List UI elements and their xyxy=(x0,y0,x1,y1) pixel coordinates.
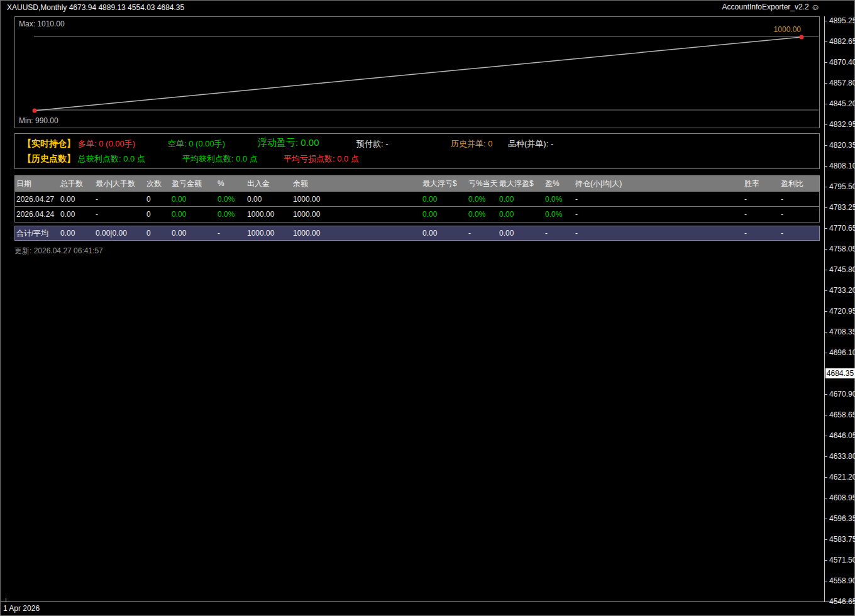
table-cell: - xyxy=(575,195,578,204)
table-cell: 0.00 xyxy=(172,229,186,238)
table-cell: 0.00 xyxy=(422,229,437,238)
table-cell: 2026.04.27 xyxy=(16,195,54,204)
table-cell: 0 xyxy=(146,195,151,204)
table-cell: 胜率 xyxy=(744,179,759,189)
table-header-row: 日期总手数最小|大手数次数盈亏金额%出入金余额最大浮亏$亏%当天最大浮盈$盈%持… xyxy=(14,175,820,192)
table-totals-row: 合计/平均0.000.00|0.0000.00-1000.001000.000.… xyxy=(14,226,820,241)
table-cell: 0.0% xyxy=(218,210,234,219)
table-cell: 0.00 xyxy=(499,195,514,204)
table-cell: 日期 xyxy=(16,179,31,189)
time-axis-tick xyxy=(6,598,6,602)
table-cell: 0.00 xyxy=(499,210,514,219)
margin-label: 预付款: - xyxy=(356,138,389,150)
table-cell: 0.00 xyxy=(422,195,437,204)
table-cell: 0.00 xyxy=(60,229,75,238)
table-cell: 亏%当天 xyxy=(468,179,498,189)
table-cell: - xyxy=(744,229,747,238)
table-cell: 盈利比 xyxy=(781,179,803,189)
balance-end-dot xyxy=(800,35,804,40)
table-cell: 合计/平均 xyxy=(16,228,48,239)
table-cell: - xyxy=(96,210,98,219)
balance-min-label: Min: 990.00 xyxy=(19,116,58,125)
table-cell: - xyxy=(96,195,98,204)
table-cell: 0.00 xyxy=(499,229,514,238)
ea-title: AccountInfoExporter_v2.2 ☺ xyxy=(722,3,820,11)
table-cell: - xyxy=(575,229,578,238)
table-cell: - xyxy=(468,229,471,238)
table-cell: 盈亏金额 xyxy=(172,179,202,189)
table-cell: 次数 xyxy=(146,179,162,189)
table-cell: 0.00 xyxy=(172,195,186,204)
account-info-panel: 【实时持仓】 多单: 0 (0.00手) 空单: 0 (0.00手) 浮动盈亏:… xyxy=(14,133,820,169)
update-timestamp: 更新: 2026.04.27 06:41:57 xyxy=(14,246,103,256)
table-cell: 1000.00 xyxy=(293,195,320,204)
table-cell: - xyxy=(744,210,747,219)
table-cell: - xyxy=(218,229,220,238)
table-body: 2026.04.270.00-00.000.0%0.001000.000.000… xyxy=(14,191,820,223)
table-cell: 1000.00 xyxy=(293,210,320,219)
history-section-label: 【历史点数】 xyxy=(23,153,75,165)
table-cell: 1000.00 xyxy=(247,229,274,238)
history-merged-label: 历史并单: 0 xyxy=(451,138,492,150)
table-cell: 0.0% xyxy=(545,195,562,204)
chart-window: XAUUSD,Monthly 4673.94 4889.13 4554.03 4… xyxy=(0,0,855,616)
table-cell: - xyxy=(781,229,783,238)
time-axis-date-label: 1 Apr 2026 xyxy=(3,604,40,613)
table-cell: - xyxy=(545,229,548,238)
table-cell: 持仓(小|均|大) xyxy=(575,179,622,189)
table-cell: - xyxy=(744,195,747,204)
ea-name-label: AccountInfoExporter_v2.2 xyxy=(722,3,809,11)
table-cell: - xyxy=(781,210,783,219)
balance-start-dot xyxy=(33,109,37,113)
table-cell: 0.0% xyxy=(545,210,562,219)
table-cell: 0.00 xyxy=(422,210,437,219)
table-cell: 0.0% xyxy=(468,195,485,204)
table-cell: 0.00 xyxy=(247,195,262,204)
table-cell: 最大浮盈$ xyxy=(499,179,534,189)
realtime-positions-row: 【实时持仓】 多单: 0 (0.00手) 空单: 0 (0.00手) 浮动盈亏:… xyxy=(15,138,819,151)
balance-curve-canvas xyxy=(15,17,819,128)
table-cell: 0.00 xyxy=(60,195,75,204)
table-cell: 出入金 xyxy=(247,179,270,189)
title-bar: XAUUSD,Monthly 4673.94 4889.13 4554.03 4… xyxy=(1,1,854,13)
table-cell: 1000.00 xyxy=(293,229,320,238)
table-row: 2026.04.270.00-00.000.0%0.001000.000.000… xyxy=(15,192,819,207)
symbol-period-ohlc-title: XAUUSD,Monthly 4673.94 4889.13 4554.03 4… xyxy=(7,3,184,12)
symbol-merged-label: 品种(并单): - xyxy=(508,138,553,150)
avg-profit-points-label: 平均获利点数: 0.0 点 xyxy=(182,153,258,165)
table-cell: 0 xyxy=(146,229,151,238)
table-cell: 0.0% xyxy=(218,195,234,204)
table-cell: 最小|大手数 xyxy=(96,179,135,189)
table-cell: 盈% xyxy=(545,179,560,189)
realtime-section-label: 【实时持仓】 xyxy=(23,138,75,150)
table-row: 2026.04.240.00-00.000.0%1000.001000.000.… xyxy=(15,207,819,222)
table-cell: - xyxy=(575,210,578,219)
table-cell: - xyxy=(781,195,783,204)
table-cell: 总手数 xyxy=(60,179,83,189)
table-cell: 最大浮亏$ xyxy=(422,179,457,189)
table-cell: 0.00|0.00 xyxy=(96,229,127,238)
floating-pl-label: 浮动盈亏: 0.00 xyxy=(258,137,319,149)
table-cell: 余额 xyxy=(293,179,308,189)
ea-smiley-icon[interactable]: ☺ xyxy=(811,3,820,11)
table-cell: 1000.00 xyxy=(247,210,274,219)
history-points-row: 【历史点数】 总获利点数: 0.0 点 平均获利点数: 0.0 点 平均亏损点数… xyxy=(15,153,819,166)
table-cell: 0.00 xyxy=(172,210,186,219)
total-profit-points-label: 总获利点数: 0.0 点 xyxy=(78,153,145,165)
table-cell: 2026.04.24 xyxy=(16,210,54,219)
avg-loss-points-label: 平均亏损点数: 0.0 点 xyxy=(284,153,359,165)
price-axis[interactable]: 4895.254882.654870.404857.804845.204832.… xyxy=(824,16,855,602)
balance-max-label: Max: 1010.00 xyxy=(19,19,65,28)
table-cell: 0.00 xyxy=(60,210,75,219)
table-cell: 0.0% xyxy=(468,210,485,219)
short-orders-label: 空单: 0 (0.00手) xyxy=(168,138,225,150)
price-axis-current-price: 4684.35 xyxy=(825,368,855,378)
balance-curve-line xyxy=(35,37,802,111)
table-cell: 0 xyxy=(146,210,151,219)
long-orders-label: 多单: 0 (0.00手) xyxy=(78,138,135,150)
time-axis-line xyxy=(1,602,855,602)
balance-end-value-label: 1000.00 xyxy=(738,25,801,34)
table-cell: % xyxy=(218,179,224,188)
balance-curve-panel[interactable]: Max: 1010.00 Min: 990.00 1000.00 xyxy=(14,16,820,128)
